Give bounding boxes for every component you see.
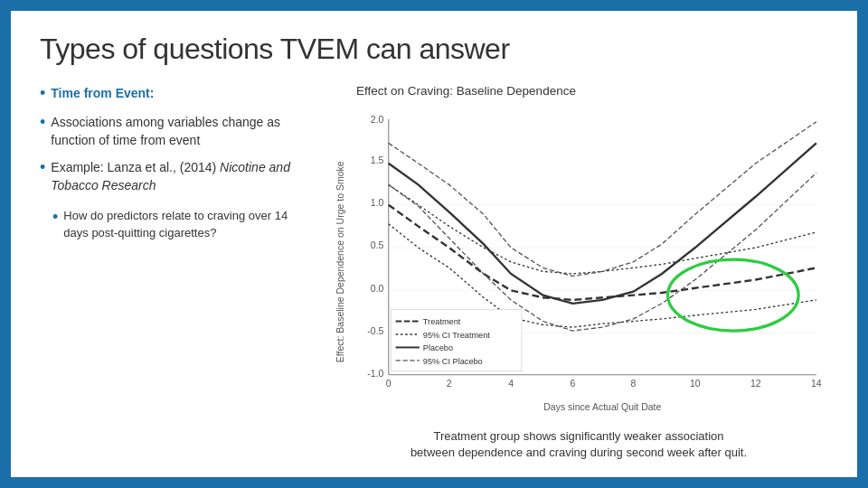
- bullet-1-text: Time from Event:: [51, 84, 154, 102]
- svg-text:1.0: 1.0: [371, 197, 384, 208]
- bullet-3-text: Example: Lanza et al., (2014) Nicotine a…: [51, 158, 311, 195]
- svg-text:Days since Actual Quit Date: Days since Actual Quit Date: [543, 401, 661, 412]
- bullet-dot-3: •: [40, 158, 45, 178]
- bullet-2-text: Associations among variables change as f…: [51, 113, 311, 150]
- bottom-caption: Treatment group shows significantly weak…: [410, 428, 747, 461]
- content-area: • Time from Event: • Associations among …: [40, 84, 828, 461]
- svg-text:-0.5: -0.5: [367, 325, 383, 336]
- bullet-1: • Time from Event:: [40, 84, 311, 104]
- svg-text:6: 6: [571, 378, 576, 389]
- slide-container: Types of questions TVEM can answer • Tim…: [0, 0, 868, 488]
- svg-text:4: 4: [508, 378, 514, 389]
- svg-text:10: 10: [690, 378, 701, 389]
- svg-point-23: [668, 259, 799, 331]
- bullet-2: • Associations among variables change as…: [40, 113, 311, 150]
- svg-text:Effect: Baseline Dependence on: Effect: Baseline Dependence on Urge to S…: [335, 161, 345, 362]
- chart-svg: Effect: Baseline Dependence on Urge to S…: [329, 103, 828, 421]
- svg-text:Placebo: Placebo: [423, 343, 453, 352]
- svg-text:12: 12: [750, 378, 761, 389]
- sub-bullet-1: • How do predictors relate to craving ov…: [52, 208, 311, 242]
- slide-title: Types of questions TVEM can answer: [40, 33, 828, 66]
- chart-title: Effect on Craving: Baseline Dependence: [356, 84, 576, 98]
- sub-bullet-dot: •: [52, 208, 58, 228]
- svg-text:Treatment: Treatment: [423, 317, 461, 326]
- bullet-dot-1: •: [40, 84, 45, 104]
- svg-text:-1.0: -1.0: [367, 368, 383, 379]
- svg-text:8: 8: [631, 378, 637, 389]
- svg-text:2.0: 2.0: [371, 114, 384, 125]
- right-panel: Effect on Craving: Baseline Dependence E…: [329, 84, 828, 461]
- svg-text:95% CI Placebo: 95% CI Placebo: [423, 357, 483, 366]
- svg-text:0.0: 0.0: [371, 283, 384, 294]
- svg-text:14: 14: [811, 378, 822, 389]
- sub-bullet-text: How do predictors relate to craving over…: [63, 208, 311, 242]
- slide-card: Types of questions TVEM can answer • Tim…: [11, 11, 857, 477]
- left-panel: • Time from Event: • Associations among …: [40, 84, 311, 461]
- svg-text:0.5: 0.5: [371, 239, 384, 250]
- svg-text:95% CI Treatment: 95% CI Treatment: [423, 331, 490, 340]
- svg-text:0: 0: [386, 378, 392, 389]
- bullet-dot-2: •: [40, 113, 45, 133]
- svg-text:2: 2: [447, 378, 452, 389]
- bullet-3: • Example: Lanza et al., (2014) Nicotine…: [40, 158, 311, 195]
- svg-text:1.5: 1.5: [371, 155, 384, 165]
- chart-container: Effect: Baseline Dependence on Urge to S…: [329, 103, 828, 421]
